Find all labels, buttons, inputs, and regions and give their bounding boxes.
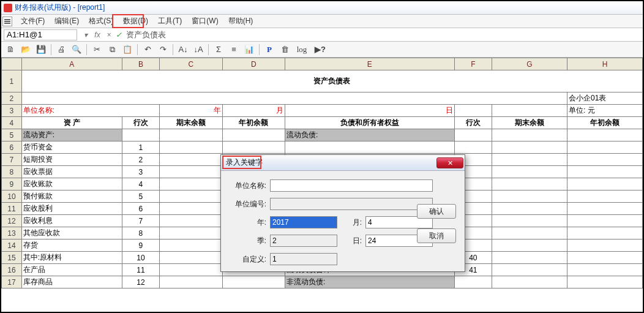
- row-header[interactable]: 17: [2, 276, 22, 288]
- sort-desc-icon[interactable]: ↓A: [192, 43, 205, 56]
- chart-icon[interactable]: 📊: [242, 43, 256, 56]
- asset-cell[interactable]: 在产品: [21, 264, 122, 276]
- hdr-liab-equity[interactable]: 负债和所有者权益: [285, 117, 455, 129]
- dlg-unit-code-input[interactable]: [270, 198, 433, 210]
- sort-asc-icon[interactable]: A↓: [176, 43, 190, 56]
- asset-cell[interactable]: 应收票据: [21, 166, 122, 178]
- save-icon[interactable]: 💾: [34, 43, 48, 56]
- asset-cell[interactable]: 其他应收款: [21, 227, 122, 239]
- row-header[interactable]: 12: [2, 215, 22, 227]
- cell[interactable]: [454, 105, 492, 117]
- hdr-begin-bal2[interactable]: 年初余额: [567, 117, 642, 129]
- cell[interactable]: [160, 227, 222, 239]
- cancel-x-icon[interactable]: ×: [104, 30, 114, 40]
- cell[interactable]: [492, 227, 567, 239]
- cell[interactable]: [567, 215, 642, 227]
- rownum-cell[interactable]: 1: [122, 141, 159, 154]
- hdr-begin-bal[interactable]: 年初余额: [222, 117, 285, 129]
- col-header-F[interactable]: F: [454, 58, 492, 70]
- cell[interactable]: [567, 252, 642, 264]
- cell[interactable]: [21, 92, 567, 105]
- asset-cell[interactable]: 应收股利: [21, 203, 122, 215]
- col-header-H[interactable]: H: [567, 58, 642, 70]
- liab-cell[interactable]: [285, 141, 455, 154]
- cell[interactable]: [567, 276, 642, 288]
- cell[interactable]: [567, 227, 642, 239]
- paste-icon[interactable]: 📋: [121, 43, 134, 56]
- row-header[interactable]: 13: [2, 227, 22, 239]
- asset-cell[interactable]: 预付账款: [21, 190, 122, 203]
- col-header-B[interactable]: B: [122, 58, 159, 70]
- asset-cell[interactable]: 流动资产:: [21, 129, 122, 141]
- day-label[interactable]: 日: [285, 105, 455, 117]
- cell[interactable]: [567, 178, 642, 190]
- log-icon[interactable]: log: [293, 43, 310, 56]
- rownum-cell[interactable]: 12: [122, 276, 159, 288]
- cell[interactable]: [160, 252, 222, 264]
- col-header-E[interactable]: E: [285, 58, 455, 70]
- liab-cell[interactable]: 流动负债:: [285, 129, 455, 141]
- cell[interactable]: [567, 154, 642, 166]
- cell[interactable]: [492, 105, 567, 117]
- dlg-quarter-input[interactable]: [270, 235, 337, 247]
- asset-cell[interactable]: 货币资金: [21, 141, 122, 154]
- cell[interactable]: [567, 264, 642, 276]
- formula-input[interactable]: [124, 29, 640, 40]
- cell[interactable]: [160, 178, 222, 190]
- col-header-D[interactable]: D: [222, 58, 285, 70]
- corner-note[interactable]: 会小企01表: [567, 92, 642, 105]
- redo-icon[interactable]: ↷: [156, 43, 170, 56]
- cell[interactable]: [492, 166, 567, 178]
- help-icon[interactable]: ▶?: [312, 43, 328, 56]
- col-header-C[interactable]: C: [160, 58, 222, 70]
- row-header[interactable]: 14: [2, 239, 22, 252]
- cell[interactable]: [222, 276, 285, 288]
- confirm-check-icon[interactable]: ✓: [114, 30, 124, 40]
- menu-tool[interactable]: 工具(T): [153, 15, 187, 28]
- corner-cell[interactable]: [2, 58, 22, 70]
- undo-icon[interactable]: ↶: [141, 43, 154, 56]
- cell[interactable]: [160, 190, 222, 203]
- cell[interactable]: [160, 239, 222, 252]
- dlg-cancel-button[interactable]: 取消: [417, 228, 456, 243]
- menu-edit[interactable]: 编辑(E): [50, 15, 84, 28]
- dlg-ok-button[interactable]: 确认: [417, 204, 456, 219]
- row-header[interactable]: 9: [2, 178, 22, 190]
- func-icon[interactable]: ≡: [227, 43, 241, 56]
- asset-cell[interactable]: 应收利息: [21, 215, 122, 227]
- asset-cell[interactable]: 存货: [21, 239, 122, 252]
- menu-data[interactable]: 数据(D): [118, 15, 153, 28]
- rownum-cell[interactable]: [454, 276, 492, 288]
- print-icon[interactable]: 🖨: [54, 43, 68, 56]
- menu-format[interactable]: 格式(S): [84, 15, 118, 28]
- month-label[interactable]: 月: [222, 105, 285, 117]
- cell[interactable]: [492, 264, 567, 276]
- hdr-rownum[interactable]: 行次: [122, 117, 159, 129]
- cell[interactable]: [492, 141, 567, 154]
- year-label[interactable]: 年: [160, 105, 222, 117]
- new-icon[interactable]: 🗎: [4, 43, 17, 56]
- cell[interactable]: [492, 129, 567, 141]
- rownum-cell[interactable]: 6: [122, 203, 159, 215]
- cell[interactable]: [492, 154, 567, 166]
- unit-name-label[interactable]: 单位名称:: [21, 105, 159, 117]
- cell[interactable]: [492, 215, 567, 227]
- rownum-cell[interactable]: [454, 129, 492, 141]
- preview-icon[interactable]: 🔍: [70, 43, 83, 56]
- rownum-cell[interactable]: 10: [122, 252, 159, 264]
- hdr-asset[interactable]: 资 产: [21, 117, 122, 129]
- rownum-cell[interactable]: 7: [122, 215, 159, 227]
- cell[interactable]: [160, 141, 222, 154]
- cell[interactable]: [567, 166, 642, 178]
- cell[interactable]: [222, 129, 285, 141]
- row-header[interactable]: 4: [2, 117, 22, 129]
- copy-icon[interactable]: ⧉: [105, 43, 119, 56]
- row-header[interactable]: 2: [2, 92, 22, 105]
- cell[interactable]: [492, 190, 567, 203]
- open-icon[interactable]: 📂: [19, 43, 32, 56]
- asset-cell[interactable]: 库存商品: [21, 276, 122, 288]
- cell[interactable]: [160, 264, 222, 276]
- row-header[interactable]: 5: [2, 129, 22, 141]
- row-header[interactable]: 10: [2, 190, 22, 203]
- asset-cell[interactable]: 应收账款: [21, 178, 122, 190]
